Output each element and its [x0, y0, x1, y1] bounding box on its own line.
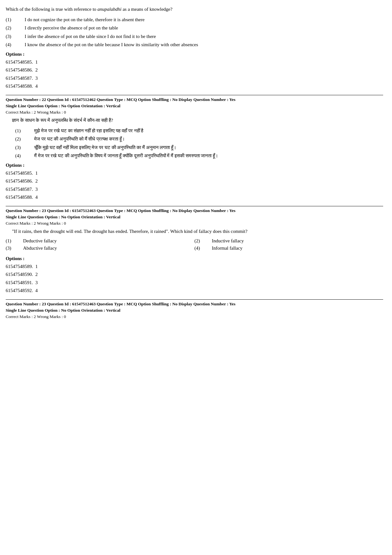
question-23-section: "If it rains, then the drought will end.…: [6, 228, 383, 295]
q23-answer-options: 61547548589. 1 61547548590. 2 6154754859…: [6, 263, 383, 295]
question-23-text: "If it rains, then the drought will end.…: [12, 228, 383, 235]
options-label: Options :: [6, 256, 383, 261]
option-num: (1): [6, 238, 23, 244]
option-text: I know the absence of the pot on the tab…: [25, 41, 383, 48]
question-22-section: ज्ञान के साधन के रूप में अनुपलब्धि के सं…: [6, 117, 383, 202]
option-num: (2): [15, 135, 34, 143]
list-item: (1) मुझे मेज पर रखे घट का संज्ञान नहीं ह…: [15, 127, 383, 134]
list-item: 61547548585. 1: [6, 58, 383, 66]
q22-marks: Correct Marks : 2 Wrong Marks : 0: [6, 110, 383, 115]
option-text: मेज पर घट की अनुपस्थिति को मैं सीधे प्रत…: [34, 135, 383, 143]
list-item: 61547548585. 1: [6, 169, 383, 178]
option-text: I do not cognize the pot on the table, t…: [25, 16, 383, 23]
option-text: Abductive fallacy: [23, 246, 194, 251]
option-text: I directly perceive the absence of pot o…: [25, 24, 383, 32]
meta-line2: Single Line Question Option : No Option …: [6, 103, 383, 109]
option-text: Deductive fallacy: [23, 238, 194, 244]
meta-line1: Question Number : 22 Question Id : 61547…: [6, 97, 383, 103]
option-num: (3): [6, 246, 23, 251]
option-num: (3): [15, 144, 34, 151]
list-item: 61547548592. 4: [6, 287, 383, 295]
list-item: 61547548586. 2: [6, 66, 383, 74]
q22-options-list: (1) मुझे मेज पर रखे घट का संज्ञान नहीं ह…: [6, 127, 383, 159]
option-text: Informal fallacy: [212, 246, 383, 251]
q21-answer-options: 61547548585. 1 61547548586. 2 6154754858…: [6, 58, 383, 90]
option-text: Inductive fallacy: [212, 238, 383, 244]
list-item: 61547548588. 4: [6, 193, 383, 202]
option-num: (1): [15, 127, 34, 134]
list-item: (4) मैं मेज पर रखे घट की अनुपस्थिति के व…: [15, 152, 383, 159]
q21-options-list: (1) I do not cognize the pot on the tabl…: [6, 16, 383, 48]
meta-line1: Question Number : 23 Question Id : 61547…: [6, 208, 383, 214]
q21-text-after: as a means of knowledge?: [121, 7, 172, 12]
list-item: (4) I know the absence of the pot on the…: [6, 41, 383, 48]
question-21-text: Which of the following is true with refe…: [6, 6, 383, 13]
q21-italic: anupalabdhi: [97, 7, 121, 12]
list-item: 61547548590. 2: [6, 271, 383, 279]
options-label: Options :: [6, 163, 383, 168]
option-text: चूँकि मुझे घट वहाँ नहीं मिला इसलिए मेज प…: [34, 144, 383, 151]
option-num: (2): [6, 24, 25, 32]
options-label: Options :: [6, 52, 383, 57]
list-item: 61547548591. 3: [6, 279, 383, 287]
option-num: (4): [15, 152, 34, 159]
option-num: (4): [6, 41, 25, 48]
q23-marks: Correct Marks : 2 Wrong Marks : 0: [6, 221, 383, 226]
option-text: I infer the absence of pot on the table …: [25, 33, 383, 40]
question-23-meta: Question Number : 23 Question Id : 61547…: [6, 206, 383, 221]
list-item: 61547548587. 3: [6, 74, 383, 83]
list-item: (3) I infer the absence of pot on the ta…: [6, 33, 383, 40]
q23-repeat-marks: Correct Marks : 2 Wrong Marks : 0: [6, 314, 383, 319]
list-item: (2) मेज पर घट की अनुपस्थिति को मैं सीधे …: [15, 135, 383, 143]
option-num: (2): [194, 238, 212, 244]
q22-answer-options: 61547548585. 1 61547548586. 2 6154754858…: [6, 169, 383, 202]
option-num: (3): [6, 33, 25, 40]
list-item: (1) Deductive fallacy: [6, 238, 194, 244]
list-item: 61547548586. 2: [6, 177, 383, 185]
list-item: (2) Inductive fallacy: [194, 238, 383, 244]
list-item: (2) I directly perceive the absence of p…: [6, 24, 383, 32]
question-23-repeat-meta: Question Number : 23 Question Id : 61547…: [6, 299, 383, 314]
list-item: 61547548588. 4: [6, 82, 383, 90]
q23-options-grid: (1) Deductive fallacy (2) Inductive fall…: [6, 238, 383, 253]
list-item: (1) I do not cognize the pot on the tabl…: [6, 16, 383, 23]
list-item: 61547548589. 1: [6, 263, 383, 271]
option-text: मुझे मेज पर रखे घट का संज्ञान नहीं हो रह…: [34, 127, 383, 134]
list-item: 61547548587. 3: [6, 185, 383, 194]
meta-line2: Single Line Question Option : No Option …: [6, 307, 383, 314]
list-item: (3) चूँकि मुझे घट वहाँ नहीं मिला इसलिए म…: [15, 144, 383, 151]
option-num: (4): [194, 246, 212, 251]
question-22-hindi: ज्ञान के साधन के रूप में अनुपलब्धि के सं…: [12, 117, 383, 124]
meta-line1: Question Number : 23 Question Id : 61547…: [6, 301, 383, 307]
option-text: मैं मेज पर रखे घट की अनुपस्थिति के विषय …: [34, 152, 383, 159]
list-item: (4) Informal fallacy: [194, 246, 383, 251]
list-item: (3) Abductive fallacy: [6, 246, 194, 251]
question-22-meta: Question Number : 22 Question Id : 61547…: [6, 95, 383, 109]
q21-text-before: Which of the following is true with refe…: [6, 7, 97, 12]
option-num: (1): [6, 16, 25, 23]
question-21-section: Which of the following is true with refe…: [6, 6, 383, 90]
meta-line2: Single Line Question Option : No Option …: [6, 214, 383, 220]
